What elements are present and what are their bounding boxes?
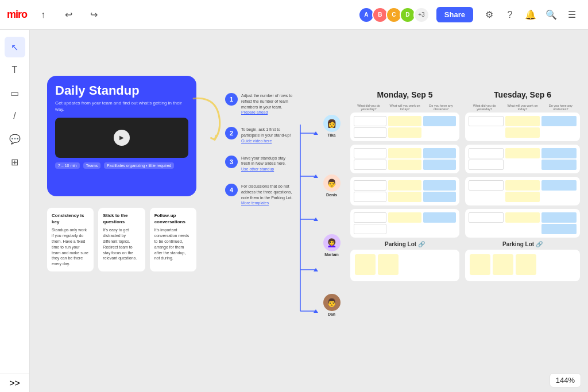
sticky-note[interactable]	[469, 116, 504, 126]
tuesday-header: Tuesday, Sep 6	[465, 90, 580, 99]
sticky-note[interactable]	[354, 180, 386, 191]
sticky-note-yellow[interactable]	[388, 180, 421, 191]
info-card-1: Consistency is key Standups only work if…	[47, 208, 94, 271]
tue-r2-today	[505, 148, 540, 170]
mariam-yesterday-col	[354, 180, 386, 202]
avatar-dan: 👨	[323, 294, 341, 311]
sticky-note[interactable]	[469, 180, 504, 191]
sticky-note-blue[interactable]	[541, 180, 577, 191]
sticky-note-blue[interactable]	[423, 192, 456, 202]
step-1-link[interactable]: Prepare ahead	[241, 110, 268, 114]
info-card-3-title: Follow-up conversations	[154, 212, 192, 225]
tue-col-today: What will you work on today?	[504, 104, 540, 111]
sticky-note-yellow[interactable]	[505, 116, 540, 126]
tue-row3-stickies	[469, 180, 577, 202]
sticky-note-blue[interactable]	[541, 116, 577, 126]
tuesday-parking-lot-label: Parking Lot 🔗	[465, 241, 580, 247]
step-1: 1 Adjust the number of rows to reflect t…	[225, 93, 294, 115]
sticky-note-blue[interactable]	[423, 160, 456, 170]
select-tool[interactable]: ↖	[5, 37, 25, 57]
sticky-note-yellow[interactable]	[505, 127, 540, 138]
step-3-link[interactable]: Use other standup	[241, 167, 274, 171]
tue-parking-sticky-2[interactable]	[493, 254, 513, 275]
tue-r3-obstacles	[541, 180, 577, 202]
help-icon[interactable]: ?	[501, 6, 519, 24]
sticky-note[interactable]	[469, 212, 504, 223]
upload-button[interactable]: ↑	[34, 6, 52, 24]
sticky-note-blue[interactable]	[423, 148, 456, 158]
sticky-note-blue[interactable]	[541, 160, 577, 170]
tue-parking-sticky-1[interactable]	[470, 254, 490, 275]
settings-icon[interactable]: ⚙	[480, 6, 498, 24]
tue-row4-stickies	[469, 212, 577, 234]
step-4-link[interactable]: More templates	[241, 201, 269, 205]
sticky-note-yellow[interactable]	[388, 160, 421, 170]
sticky-note[interactable]	[354, 127, 386, 138]
parking-sticky-2[interactable]	[378, 254, 399, 275]
menu-icon[interactable]: ☰	[563, 6, 581, 24]
sticky-note[interactable]	[354, 212, 386, 223]
tuesday-parking-lot-box[interactable]	[465, 250, 580, 281]
monday-parking-lot-box[interactable]	[350, 250, 459, 281]
sticky-note-yellow[interactable]	[505, 180, 540, 191]
sticky-note-blue[interactable]	[423, 116, 456, 126]
step-3-text: Have your standups stay fresh in New Sli…	[241, 156, 294, 172]
sticky-note[interactable]	[354, 116, 386, 126]
sticky-note-blue[interactable]	[541, 224, 577, 234]
sticky-note[interactable]	[354, 148, 386, 158]
person-mariam: 👩‍🦱 Mariam	[316, 234, 347, 257]
search-icon[interactable]: 🔍	[542, 6, 560, 24]
sticky-note[interactable]	[469, 148, 504, 158]
extra-avatars[interactable]: +3	[413, 7, 430, 23]
sticky-note-blue[interactable]	[423, 212, 456, 223]
sticky-note-yellow[interactable]	[505, 148, 540, 158]
person-tika: 👩 Tika	[316, 115, 347, 137]
sticky-note-yellow[interactable]	[388, 127, 421, 138]
sticky-note-yellow[interactable]	[505, 192, 540, 202]
tue-r3-yesterday	[469, 180, 504, 202]
sticky-note-yellow[interactable]	[388, 192, 421, 202]
notifications-icon[interactable]: 🔔	[521, 6, 540, 24]
sticky-note-yellow[interactable]	[388, 212, 421, 223]
text-tool[interactable]: T	[5, 60, 25, 80]
sticky-note-yellow[interactable]	[388, 116, 421, 126]
step-3: 3 Have your standups stay fresh in New S…	[225, 156, 294, 172]
tuesday-row-1	[465, 112, 580, 141]
sticky-tool[interactable]: ▭	[5, 83, 25, 103]
standup-video[interactable]: ▶	[55, 118, 188, 158]
frame-tool[interactable]: ⊞	[5, 152, 25, 172]
info-card-1-text: Standups only work if you regularly do t…	[52, 227, 89, 267]
sticky-note-blue[interactable]	[541, 148, 577, 158]
tue-r2-yesterday	[469, 148, 504, 170]
info-card-3-text: It's important conversation needs to be …	[154, 227, 192, 261]
sticky-note-yellow[interactable]	[388, 148, 421, 158]
avatar-mariam: 👩‍🦱	[323, 234, 341, 251]
mariam-obstacles-col	[423, 180, 456, 202]
tue-parking-sticky-3[interactable]	[516, 254, 536, 275]
monday-row-tika	[350, 112, 459, 141]
parking-sticky-1[interactable]	[355, 254, 376, 275]
dan-yesterday-col	[354, 212, 386, 234]
monday-parking-lot-label: Parking Lot 🔗	[350, 241, 459, 247]
tika-sticky-row	[354, 116, 456, 138]
standup-title: Daily Standup	[55, 84, 188, 98]
monday-row-denis	[350, 145, 459, 173]
comment-tool[interactable]: 💬	[5, 129, 25, 149]
expand-panel-button[interactable]: >>	[0, 374, 30, 392]
badge-team: Teams	[83, 162, 101, 169]
play-button[interactable]: ▶	[114, 130, 130, 146]
tue-r4-today	[505, 212, 540, 234]
share-button[interactable]: Share	[436, 7, 473, 22]
sticky-note-blue[interactable]	[541, 212, 577, 223]
steps-panel: 1 Adjust the number of rows to reflect t…	[225, 93, 294, 218]
sticky-note-yellow[interactable]	[505, 212, 540, 223]
sticky-note[interactable]	[354, 192, 386, 202]
step-2-link[interactable]: Guide video here	[241, 139, 272, 143]
sticky-note[interactable]	[354, 224, 386, 234]
redo-button[interactable]: ↪	[84, 6, 103, 24]
undo-button[interactable]: ↩	[59, 6, 78, 24]
pen-tool[interactable]: /	[5, 106, 25, 126]
sticky-note[interactable]	[469, 160, 504, 170]
sticky-note[interactable]	[354, 160, 386, 170]
sticky-note-blue[interactable]	[423, 180, 456, 191]
